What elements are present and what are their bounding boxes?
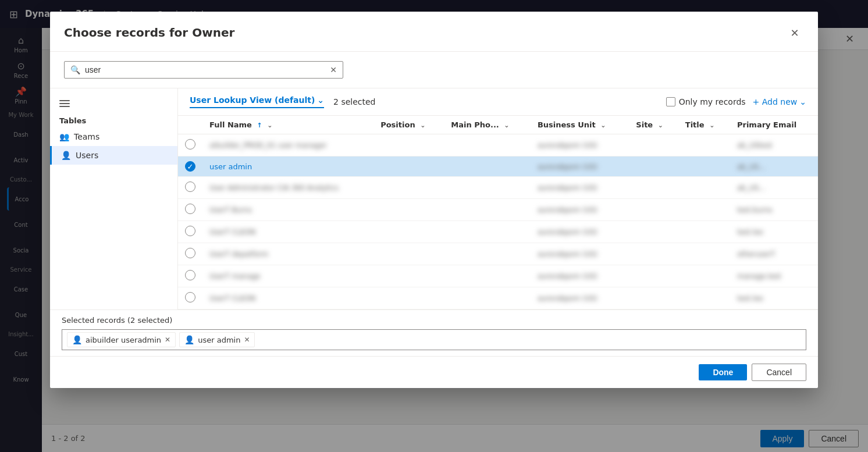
- row-select-cell[interactable]: [178, 265, 202, 287]
- row-radio-4[interactable]: [185, 204, 195, 214]
- col-title[interactable]: Title ⌄: [678, 116, 730, 134]
- row-position-8: [373, 287, 444, 309]
- row-select-cell[interactable]: ✓: [178, 156, 202, 177]
- row-title-6: [678, 243, 730, 265]
- row-site-2: [629, 156, 678, 177]
- sidebar-item-users[interactable]: 👤 Users: [50, 146, 177, 165]
- row-select-cell[interactable]: [178, 199, 202, 221]
- business-unit-filter-icon[interactable]: ⌄: [600, 122, 606, 129]
- row-position-6: [373, 243, 444, 265]
- row-title-2: [678, 156, 730, 177]
- modal-close-button[interactable]: ✕: [785, 23, 804, 42]
- modal-footer: Done Cancel: [50, 356, 818, 388]
- row-radio-3[interactable]: [185, 181, 195, 192]
- col-main-phone-label: Main Pho...: [451, 120, 499, 129]
- users-label: Users: [76, 151, 98, 160]
- chip1-icon: 👤: [72, 335, 82, 344]
- row-email-8: test.leo: [730, 287, 818, 309]
- row-select-cell[interactable]: [178, 134, 202, 156]
- row-title-5: [678, 221, 730, 243]
- row-phone-3: [444, 177, 531, 199]
- data-table: Full Name ↑ ⌄ Position ⌄: [178, 116, 818, 309]
- row-position-5: [373, 221, 444, 243]
- modal-title: Choose records for Owner: [64, 26, 234, 40]
- row-select-cell[interactable]: [178, 177, 202, 199]
- row-select-cell[interactable]: [178, 221, 202, 243]
- col-business-unit[interactable]: Business Unit ⌄: [531, 116, 629, 134]
- row-phone-7: [444, 265, 531, 287]
- row-phone-6: [444, 243, 531, 265]
- chip2-label: user admin: [198, 336, 240, 344]
- done-button[interactable]: Done: [699, 364, 747, 380]
- row-phone-4: [444, 199, 531, 221]
- only-my-records-toggle[interactable]: Only my records: [666, 97, 746, 106]
- hamburger-icon[interactable]: [59, 100, 70, 107]
- chip1-label: aibuilder useradmin: [86, 336, 161, 344]
- row-radio-5[interactable]: [185, 226, 195, 236]
- col-site-label: Site: [636, 120, 653, 129]
- position-filter-icon[interactable]: ⌄: [420, 122, 425, 129]
- chip-user-admin: 👤 user admin ✕: [179, 332, 255, 347]
- user-admin-link[interactable]: user admin: [209, 162, 252, 171]
- row-radio-7[interactable]: [185, 270, 195, 280]
- col-business-unit-label: Business Unit: [538, 120, 596, 129]
- row-site-5: [629, 221, 678, 243]
- col-site[interactable]: Site ⌄: [629, 116, 678, 134]
- col-primary-email[interactable]: Primary Email: [730, 116, 818, 134]
- row-radio-6[interactable]: [185, 248, 195, 258]
- table-row: UserT Burns aurorabpom (US): [178, 199, 818, 221]
- row-full-name-4: UserT Burns: [202, 199, 373, 221]
- col-main-phone[interactable]: Main Pho... ⌄: [444, 116, 531, 134]
- table-row: UserT CLEON aurorabpom (US): [178, 287, 818, 309]
- view-selector[interactable]: User Lookup View (default) ⌄: [190, 95, 324, 108]
- row-position-7: [373, 265, 444, 287]
- chip-aibuilder-useradmin: 👤 aibuilder useradmin ✕: [67, 332, 176, 347]
- site-filter-icon[interactable]: ⌄: [658, 122, 663, 129]
- row-select-cell[interactable]: [178, 287, 202, 309]
- full-name-filter-icon[interactable]: ⌄: [267, 122, 272, 129]
- title-filter-icon[interactable]: ⌄: [709, 122, 714, 129]
- teams-label: Teams: [74, 132, 99, 141]
- row-select-cell[interactable]: [178, 243, 202, 265]
- row-email-4: test.burns: [730, 199, 818, 221]
- col-full-name[interactable]: Full Name ↑ ⌄: [202, 116, 373, 134]
- tables-header: [50, 95, 177, 112]
- sidebar-item-teams[interactable]: 👥 Teams: [50, 127, 177, 146]
- search-input[interactable]: [85, 65, 330, 74]
- row-radio-2[interactable]: ✓: [185, 161, 195, 172]
- table-row: User Administrator CIA 360 Analytics aur…: [178, 177, 818, 199]
- add-new-button[interactable]: + Add new ⌄: [753, 97, 806, 106]
- cancel-modal-button[interactable]: Cancel: [752, 364, 806, 381]
- row-site-7: [629, 265, 678, 287]
- row-email-3: ab_US...: [730, 177, 818, 199]
- row-radio-8[interactable]: [185, 292, 195, 302]
- chip2-remove-button[interactable]: ✕: [244, 336, 250, 344]
- row-email-6: otheruserT: [730, 243, 818, 265]
- row-title-1: [678, 134, 730, 156]
- selected-chips-container: 👤 aibuilder useradmin ✕ 👤 user admin ✕: [62, 329, 806, 350]
- search-clear-icon[interactable]: ✕: [330, 65, 337, 74]
- tables-sidebar: Tables 👥 Teams 👤 Users: [50, 88, 178, 309]
- col-position[interactable]: Position ⌄: [373, 116, 444, 134]
- row-radio-1[interactable]: [185, 139, 195, 150]
- row-title-8: [678, 287, 730, 309]
- main-phone-filter-icon[interactable]: ⌄: [504, 122, 509, 129]
- view-chevron-icon: ⌄: [317, 95, 324, 105]
- table-body: aibuilder_PROD_01 user manager aurorabpo…: [178, 134, 818, 309]
- only-my-records-checkbox[interactable]: [666, 97, 675, 106]
- sort-ascending-icon[interactable]: ↑: [257, 122, 262, 129]
- col-title-label: Title: [685, 120, 705, 129]
- row-bu-6: aurorabpom (US): [531, 243, 629, 265]
- search-icon: 🔍: [70, 65, 80, 74]
- toolbar-left: User Lookup View (default) ⌄ 2 selected: [190, 95, 376, 108]
- row-bu-2: aurorabpom (US): [531, 156, 629, 177]
- row-site-3: [629, 177, 678, 199]
- row-title-3: [678, 177, 730, 199]
- modal-body: Tables 👥 Teams 👤 Users: [50, 88, 818, 309]
- row-position-4: [373, 199, 444, 221]
- row-email-2: ab_US...: [730, 156, 818, 177]
- col-position-label: Position: [380, 120, 415, 129]
- users-icon: 👤: [61, 151, 71, 160]
- chip2-icon: 👤: [184, 335, 194, 344]
- chip1-remove-button[interactable]: ✕: [165, 336, 170, 344]
